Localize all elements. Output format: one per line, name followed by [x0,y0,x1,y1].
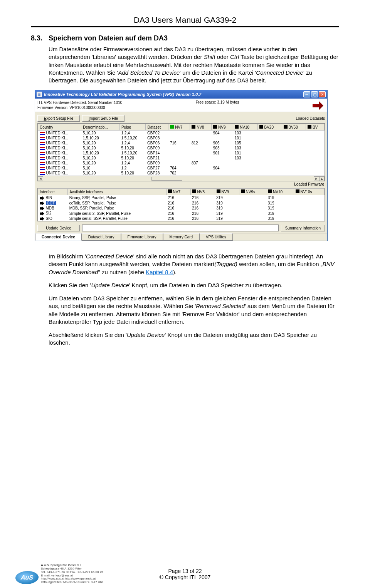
minimize-button[interactable]: ─ [303,91,310,97]
maximize-button[interactable]: ▢ [311,91,318,97]
bottom-tabs: Connected Device Dataset Library Firmwar… [35,233,327,241]
import-setup-button[interactable]: Import Setup File [82,115,124,122]
lower-toolbar: Update Device Summary Infomation [35,221,327,233]
table-row[interactable]: SI2Simple serial 2, SSP, Parallel, Pulse… [38,211,325,216]
table-row[interactable]: UNITED KI...5,10,201,2,4GBP02904103 [38,131,325,136]
grid2-header[interactable]: NV9 [215,189,239,195]
table-row[interactable]: UNITED KI...5,10,205,10,20GBP21103 [38,156,325,161]
paragraph-4: Um Dateien vom DA3 Speicher zu entfernen… [31,295,339,326]
table-row[interactable]: UNITED KI...1,5,10,201,5,10,20GBP03101 [38,136,325,141]
section-number: 8.3. [31,34,49,42]
section-heading: 8.3.Speichern von Dateien auf dem DA3 [31,34,339,42]
plug-icon [40,217,44,221]
tab-memory-card[interactable]: Memory Card [163,233,200,241]
plug-icon [40,201,44,205]
kapitel-link[interactable]: Kapitel 8.4 [146,269,173,275]
grid1-header[interactable]: Country [38,124,81,131]
grid1-header[interactable]: NV10 [233,124,257,131]
app-icon: ▦ [37,92,42,97]
titlebar: ▦ Innovative Technology Ltd Validator Pr… [35,90,327,99]
grid1-header[interactable]: Dataset [146,124,168,131]
scroll-left-icon[interactable]: ◄ [38,176,43,181]
horizontal-scrollbar[interactable]: ◄ ► ▲ [38,176,325,181]
scroll-thumb[interactable] [151,177,182,181]
loaded-firmware-label: Loaded Firmware [35,181,327,187]
uk-flag-icon [40,137,45,140]
table-row[interactable]: CCTccTalk, SSP, Parallel, Pulse216216319… [38,201,325,206]
banknote-icon [313,100,323,111]
window-title: Innovative Technology Ltd Validator Prog… [44,92,303,97]
doc-header: DA3 Users Manual GA339-2 [31,15,339,27]
upper-toolbar: EExport Setup Filexport Setup File Impor… [35,112,327,122]
info-bar: ITL VPS Hardware Detected. Serial Number… [35,99,327,112]
table-row[interactable]: MDBMDB, SSP, Parallel, Pulse216216319319 [38,206,325,211]
grid2-header[interactable]: NV10 [266,189,294,195]
firmware-grid[interactable]: InterfaceAvailable interfaces NV7 NV8 NV… [37,188,325,221]
uk-flag-icon [40,152,45,155]
tab-vps-utilities[interactable]: VPS Utilites [199,233,233,241]
uk-flag-icon [40,142,45,145]
paragraph-5: Abschließend klicken Sie den 'Update Dev… [31,331,339,347]
free-space-text: Free space: 3.19 M bytes [196,100,239,104]
grid1-header[interactable]: BV [306,124,325,131]
grid1-header[interactable]: Denominatio... [81,124,120,131]
summary-info-button[interactable]: Summary Infomation [281,225,325,231]
vps-app-window: ▦ Innovative Technology Ltd Validator Pr… [35,90,328,241]
footer-org-block: AuS A.u.S. Spielgeräte GesmbH Scheydgass… [15,564,103,584]
plug-icon [40,196,44,200]
grid2-header[interactable]: Interface [38,189,68,195]
grid2-header[interactable]: NV7 [166,189,190,195]
uk-flag-icon [40,162,45,165]
paragraph-3: Klicken Sie den 'Update Device' Knopf, u… [31,281,339,289]
grid2-header[interactable]: NV9s [239,189,266,195]
hw-detected-text: ITL VPS Hardware Detected. Serial Number… [37,100,122,105]
grid1-header[interactable]: NV8 [190,124,212,131]
export-setup-button[interactable]: EExport Setup Filexport Setup File [37,115,80,122]
table-row[interactable]: UNITED KI...1,5,10,201,5,10,20GBP1490110… [38,151,325,156]
grid2-header[interactable]: Available interfaces [68,189,166,195]
table-row[interactable]: UNITED KI...5,10,205,10,20GBP28702 [38,171,325,176]
grid1-header[interactable]: NV9 [212,124,233,131]
grid1-header[interactable]: BV20 [257,124,282,131]
paragraph-2: Im Bildschirm 'Connected Device' sind al… [31,253,339,276]
close-button[interactable]: ✕ [319,91,326,97]
tab-connected-device[interactable]: Connected Device [35,233,82,241]
status-field [82,224,279,231]
uk-flag-icon [40,132,45,135]
section-title-text: Speichern von Dateien auf dem DA3 [49,34,168,42]
uk-flag-icon [40,147,45,150]
window-controls: ─ ▢ ✕ [303,91,326,97]
tab-firmware-library[interactable]: Firmware Library [121,233,163,241]
fw-version-text: Firmware Version: VPS1001000000000 [37,105,122,110]
scroll-up-icon[interactable]: ▲ [319,176,325,181]
tab-dataset-library[interactable]: Dataset Library [82,233,121,241]
grid1-header[interactable]: NV7 [168,124,190,131]
scroll-right-icon[interactable]: ► [314,176,319,181]
table-row[interactable]: BINBinary, SSP, Parallel, Pulse216216319… [38,195,325,201]
grid1-header[interactable]: BV50 [282,124,306,131]
aus-logo-icon: AuS [15,571,39,584]
grid2-header[interactable]: NV10s [294,189,324,195]
grid1-header[interactable]: Pulse [120,124,146,131]
uk-flag-icon [40,167,45,170]
uk-flag-icon [40,172,45,175]
plug-icon [40,206,44,210]
plug-icon [40,212,44,216]
datasets-grid[interactable]: CountryDenominatio...PulseDataset NV7 NV… [37,123,325,181]
org-hours: Öffnungszeiten: Mo-Do 9-18 und Fr. 9-17 … [41,581,103,584]
uk-flag-icon [40,157,45,160]
table-row[interactable]: UNITED KI...5,10,201,2,4GBP09807 [38,161,325,166]
grid2-header[interactable]: NV8 [190,189,215,195]
document-page: DA3 Users Manual GA339-2 8.3.Speichern v… [0,0,370,588]
update-device-button[interactable]: Update Device [37,225,80,231]
paragraph-1: Um Datensätze oder Firmwareversionen auf… [31,45,339,84]
table-row[interactable]: UNITED KI...5,10,205,10,20GBP09903103 [38,146,325,151]
loaded-datasets-label: Loaded Datasets [296,116,325,121]
table-row[interactable]: SIOSimple serial, SSP, Parallel, Pulse21… [38,216,325,221]
table-row[interactable]: UNITED KI...5,10,201,2,4GBP0671681290610… [38,141,325,146]
table-row[interactable]: UNITED KI...5,101,2GBP27704904 [38,166,325,171]
